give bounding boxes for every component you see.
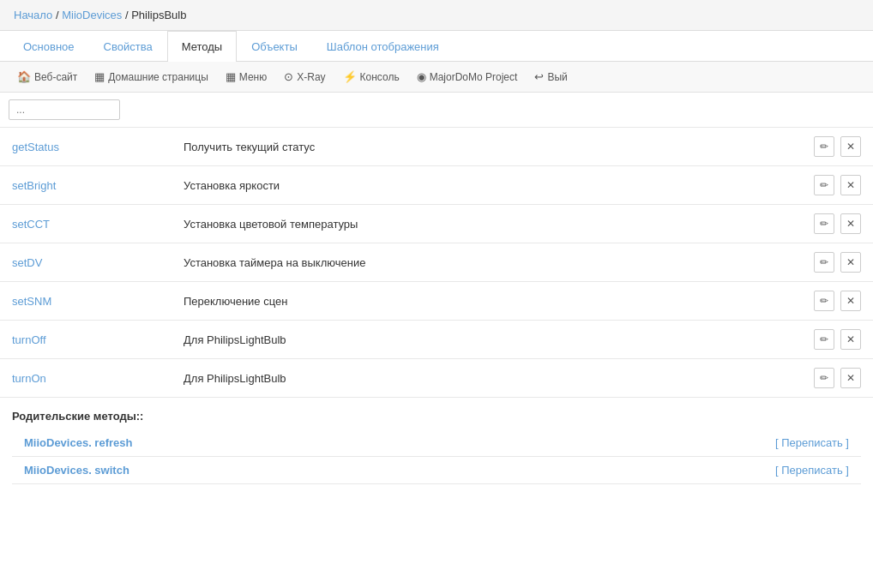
method-name-setDV[interactable]: setDV: [0, 243, 172, 282]
tab-basic[interactable]: Основное: [9, 31, 89, 62]
method-name-turnOn[interactable]: turnOn: [0, 359, 172, 398]
edit-button-setDV[interactable]: ✏: [814, 252, 834, 273]
table-row: setCCT Установка цветовой температуры ✏ …: [0, 205, 873, 243]
methods-table: getStatus Получить текущий статус ✏ ✕ se…: [0, 128, 873, 398]
navbar-exit[interactable]: ↩ Вый: [526, 62, 575, 92]
delete-button-turnOff[interactable]: ✕: [840, 329, 861, 350]
breadcrumb-sep1: /: [56, 9, 59, 21]
parent-method-cell-refresh: MiioDevices. refresh: [12, 429, 501, 457]
xray-icon: ⊙: [284, 70, 293, 83]
parent-section: Родительские методы:: MiioDevices. refre…: [0, 398, 873, 488]
delete-button-setDV[interactable]: ✕: [840, 252, 861, 273]
main-content: getStatus Получить текущий статус ✏ ✕ se…: [0, 128, 873, 488]
method-actions-setBright: ✏ ✕: [787, 166, 873, 205]
method-name-getStatus[interactable]: getStatus: [0, 128, 172, 166]
method-desc-setSNM: Переключение сцен: [172, 282, 787, 321]
parent-title: Родительские методы::: [12, 410, 861, 423]
navbar-xray[interactable]: ⊙ X-Ray: [275, 62, 334, 92]
breadcrumb: Начало / MiioDevices / PhilipsBulb: [0, 0, 873, 31]
method-name-turnOff[interactable]: turnOff: [0, 321, 172, 359]
parent-method-cell-switch: MiioDevices. switch: [12, 457, 501, 484]
search-input[interactable]: [9, 99, 120, 120]
majordo-icon: ◉: [417, 70, 426, 83]
tab-methods[interactable]: Методы: [167, 31, 237, 62]
method-actions-setSNM: ✏ ✕: [787, 282, 873, 321]
grid-icon: ▦: [94, 70, 105, 83]
delete-button-setSNM[interactable]: ✕: [840, 291, 861, 311]
method-actions-turnOff: ✏ ✕: [787, 321, 873, 359]
parent-rewrite-cell-refresh: [ Переписать ]: [501, 429, 861, 457]
table-row: getStatus Получить текущий статус ✏ ✕: [0, 128, 873, 166]
table-row: setDV Установка таймера на выключение ✏ …: [0, 243, 873, 282]
parent-table-row: MiioDevices. refresh [ Переписать ]: [12, 429, 861, 457]
delete-button-setBright[interactable]: ✕: [840, 175, 861, 195]
table-row: turnOn Для PhilipsLightBulb ✏ ✕: [0, 359, 873, 398]
method-desc-setDV: Установка таймера на выключение: [172, 243, 787, 282]
search-area: [0, 93, 873, 128]
navbar-xray-label: X-Ray: [297, 71, 325, 83]
navbar-website-label: Веб-сайт: [34, 71, 77, 83]
navbar-exit-label: Вый: [547, 71, 567, 83]
navbar-menu-label: Меню: [239, 71, 267, 83]
method-actions-setDV: ✏ ✕: [787, 243, 873, 282]
method-name-setCCT[interactable]: setCCT: [0, 205, 172, 243]
tab-properties[interactable]: Свойства: [89, 31, 167, 62]
method-desc-setBright: Установка яркости: [172, 166, 787, 205]
method-actions-turnOn: ✏ ✕: [787, 359, 873, 398]
exit-icon: ↩: [534, 70, 544, 83]
edit-button-turnOff[interactable]: ✏: [814, 329, 834, 350]
navbar-console[interactable]: ⚡ Консоль: [334, 62, 408, 92]
edit-button-getStatus[interactable]: ✏: [814, 136, 834, 157]
navbar-console-label: Консоль: [360, 71, 400, 83]
menu-icon: ▦: [226, 70, 236, 83]
parent-method-name-refresh[interactable]: MiioDevices. refresh: [24, 436, 132, 449]
method-desc-turnOff: Для PhilipsLightBulb: [172, 321, 787, 359]
edit-button-turnOn[interactable]: ✏: [814, 368, 834, 388]
breadcrumb-miio[interactable]: MiioDevices: [62, 9, 122, 21]
method-actions-getStatus: ✏ ✕: [787, 128, 873, 166]
parent-method-name-switch[interactable]: MiioDevices. switch: [24, 464, 129, 477]
method-desc-setCCT: Установка цветовой температуры: [172, 205, 787, 243]
table-row: setBright Установка яркости ✏ ✕: [0, 166, 873, 205]
method-name-setSNM[interactable]: setSNM: [0, 282, 172, 321]
method-actions-setCCT: ✏ ✕: [787, 205, 873, 243]
parent-rewrite-cell-switch: [ Переписать ]: [501, 457, 861, 484]
navbar-menu[interactable]: ▦ Меню: [217, 62, 275, 92]
navbar-majordo-label: MajorDoMo Project: [430, 71, 518, 83]
navbar-website[interactable]: 🏠 Веб-сайт: [9, 62, 86, 92]
breadcrumb-current: PhilipsBulb: [131, 9, 186, 21]
tab-objects[interactable]: Объекты: [237, 31, 312, 62]
edit-button-setSNM[interactable]: ✏: [814, 291, 834, 311]
edit-button-setCCT[interactable]: ✏: [814, 213, 834, 234]
tab-template[interactable]: Шаблон отображения: [312, 31, 454, 62]
delete-button-getStatus[interactable]: ✕: [840, 136, 861, 157]
table-row: setSNM Переключение сцен ✏ ✕: [0, 282, 873, 321]
rewrite-link-switch[interactable]: [ Переписать ]: [775, 464, 849, 477]
breadcrumb-home[interactable]: Начало: [14, 9, 52, 21]
edit-button-setBright[interactable]: ✏: [814, 175, 834, 195]
navbar-majordo[interactable]: ◉ MajorDoMo Project: [408, 62, 527, 92]
console-icon: ⚡: [343, 70, 357, 83]
method-name-setBright[interactable]: setBright: [0, 166, 172, 205]
parent-table: MiioDevices. refresh [ Переписать ] Miio…: [12, 429, 861, 484]
navbar-homepages[interactable]: ▦ Домашние страницы: [86, 62, 217, 92]
tabs-container: Основное Свойства Методы Объекты Шаблон …: [0, 31, 873, 62]
navbar-homepages-label: Домашние страницы: [108, 71, 208, 83]
rewrite-link-refresh[interactable]: [ Переписать ]: [775, 436, 849, 449]
method-desc-getStatus: Получить текущий статус: [172, 128, 787, 166]
breadcrumb-sep2: /: [125, 9, 129, 21]
parent-table-row: MiioDevices. switch [ Переписать ]: [12, 457, 861, 484]
home-icon: 🏠: [17, 70, 31, 83]
delete-button-turnOn[interactable]: ✕: [840, 368, 861, 388]
table-row: turnOff Для PhilipsLightBulb ✏ ✕: [0, 321, 873, 359]
navbar: 🏠 Веб-сайт ▦ Домашние страницы ▦ Меню ⊙ …: [0, 62, 873, 93]
method-desc-turnOn: Для PhilipsLightBulb: [172, 359, 787, 398]
delete-button-setCCT[interactable]: ✕: [840, 213, 861, 234]
